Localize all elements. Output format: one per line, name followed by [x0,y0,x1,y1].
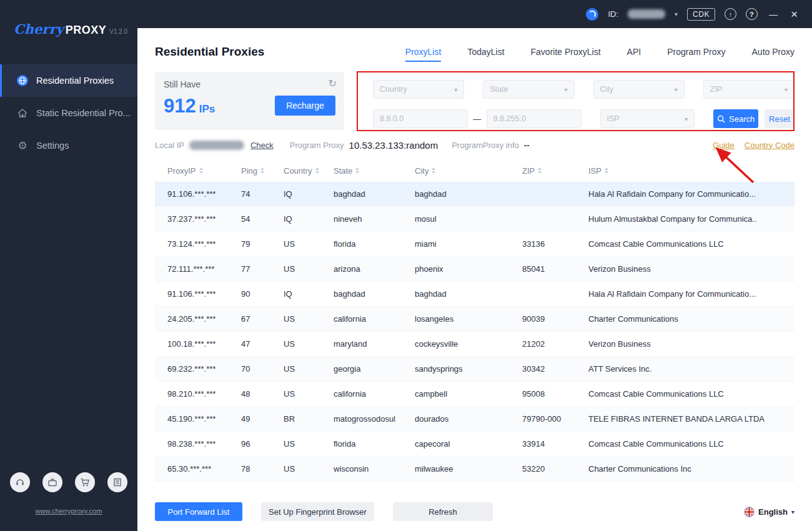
column-header[interactable]: City [415,166,522,176]
column-header[interactable]: ZIP [522,166,588,176]
cell-zip: 30342 [522,364,588,374]
column-header[interactable]: Ping [241,166,284,176]
table-row[interactable]: 45.190.***.*** 49 BR matogrossodosul dou… [155,407,795,432]
still-have-label: Still Have [164,79,335,89]
state-select[interactable]: State ▾ [483,80,574,99]
column-header[interactable]: State [334,166,415,176]
sidebar-item-static-residential[interactable]: Static Residential Pro... [0,97,137,129]
table-row[interactable]: 24.205.***.*** 67 US california losangel… [155,307,795,332]
column-header[interactable]: ISP [588,166,795,176]
sort-icon[interactable] [432,167,435,174]
ip-range-start-input[interactable] [380,114,461,123]
column-header[interactable]: Country [284,166,334,176]
country-select[interactable]: Country ▾ [373,80,464,99]
search-button[interactable]: Search [713,109,758,128]
cell-city: baghdad [415,289,522,299]
cell-city: losangeles [415,314,522,324]
zip-select[interactable]: ZIP ▾ [703,80,795,99]
sidebar-item-settings[interactable]: ⚙ Settings [0,129,137,162]
cell-proxyip: 72.111.***.*** [167,264,241,274]
cell-state: georgia [334,364,415,374]
ip-range-end-input[interactable] [493,114,575,123]
filter-panel: Country ▾ State ▾ City ▾ ZIP ▾ [358,72,795,130]
reset-button[interactable]: Reset [765,109,795,128]
table-row[interactable]: 98.238.***.*** 96 US florida capecoral 3… [155,432,795,457]
language-label: English [758,507,788,517]
chevron-down-icon: ▾ [564,86,567,93]
sort-icon[interactable] [355,167,359,174]
chevron-down-icon[interactable]: ▾ [675,11,678,17]
business-icon[interactable] [42,472,62,492]
tab[interactable]: Auto Proxy [752,43,795,61]
column-label: Ping [241,166,257,176]
chevron-down-icon: ▾ [791,509,795,515]
cdk-button[interactable]: CDK [687,8,715,21]
tab[interactable]: ProxyList [405,43,442,61]
sort-icon[interactable] [199,167,203,174]
top-panel: Still Have ↻ 912IPs Recharge Country ▾ [155,72,795,130]
cell-country: US [284,264,334,274]
sort-icon[interactable] [538,167,542,174]
account-avatar-icon[interactable] [586,8,598,21]
table-row[interactable]: 72.111.***.*** 77 US arizona phoenix 850… [155,257,795,282]
minimize-button[interactable]: — [767,9,780,19]
building-icon[interactable] [107,472,127,492]
column-label: ISP [588,166,602,176]
cell-city: miami [415,239,522,249]
tab[interactable]: TodayList [467,43,504,61]
port-forward-list-button[interactable]: Port Forward List [155,502,242,521]
cell-city: mosul [415,214,522,224]
help-icon[interactable]: ? [746,8,758,20]
cell-isp: TELE FIBRAS INTERNET BANDA LARGA LTDA [588,414,795,424]
table-row[interactable]: 69.232.***.*** 70 US georgia sandyspring… [155,357,795,382]
cell-state: maryland [334,339,415,349]
support-icon[interactable] [10,472,30,492]
cell-city: milwaukee [415,464,522,474]
refresh-icon[interactable]: ↻ [329,77,337,89]
tab[interactable]: API [627,43,641,61]
recharge-button[interactable]: Recharge [275,96,335,116]
city-select[interactable]: City ▾ [593,80,685,99]
column-label: City [415,166,428,176]
main-content: Residential Proxies ProxyListTodayListFa… [137,28,812,531]
sort-icon[interactable] [260,167,264,174]
sort-icon[interactable] [315,167,319,174]
table-row[interactable]: 91.106.***.*** 90 IQ baghdad baghdad Hal… [155,282,795,307]
cell-isp: Hala Al Rafidain Company for Communicati… [588,289,795,299]
table-row[interactable]: 73.124.***.*** 79 US florida miami 33136… [155,232,795,257]
cart-icon[interactable] [75,472,95,492]
sidebar-quick-icons [0,472,137,492]
user-id-redacted [628,9,665,19]
close-button[interactable]: × [789,8,800,20]
isp-select[interactable]: ISP ▾ [600,109,695,128]
tab[interactable]: Favorite ProxyList [531,43,601,61]
guide-link[interactable]: Guide [713,141,735,150]
sidebar-item-residential-proxies[interactable]: Residential Proxies [0,64,137,97]
table-row[interactable]: 91.106.***.*** 74 IQ baghdad baghdad Hal… [155,182,795,207]
tab-bar: ProxyListTodayListFavorite ProxyListAPIP… [405,43,795,61]
cell-ping: 47 [241,339,284,349]
program-proxy-label: Program Proxy [290,141,344,150]
website-link[interactable]: www.cherryproxy.com [0,507,137,515]
ip-range-start-field [373,109,468,128]
zip-select-placeholder: ZIP [710,85,722,94]
fingerprint-browser-button[interactable]: Set Up Fingerprint Browser [261,502,374,521]
refresh-button[interactable]: Refresh [393,502,493,521]
search-button-label: Search [729,114,755,124]
update-icon[interactable]: ↑ [725,8,736,20]
language-selector[interactable]: English ▾ [744,507,795,517]
sort-icon[interactable] [605,167,608,174]
range-separator: — [473,114,482,124]
check-link[interactable]: Check [250,141,274,150]
cell-zip: 90039 [522,314,588,324]
sidebar: CherryPROXYV1.2.0 Residential Proxies St… [0,0,137,531]
table-row[interactable]: 98.210.***.*** 48 US california campbell… [155,382,795,407]
table-row[interactable]: 37.237.***.*** 54 IQ nineveh mosul Hulum… [155,207,795,232]
tab[interactable]: Program Proxy [667,43,725,61]
country-code-link[interactable]: Country Code [745,141,795,150]
table-row[interactable]: 65.30.***.*** 78 US wisconsin milwaukee … [155,457,795,482]
balance-card: Still Have ↻ 912IPs Recharge [155,72,344,130]
table-row[interactable]: 100.18.***.*** 47 US maryland cockeysvil… [155,332,795,357]
cell-city: phoenix [415,264,522,274]
column-header[interactable]: ProxyIP [167,166,241,176]
